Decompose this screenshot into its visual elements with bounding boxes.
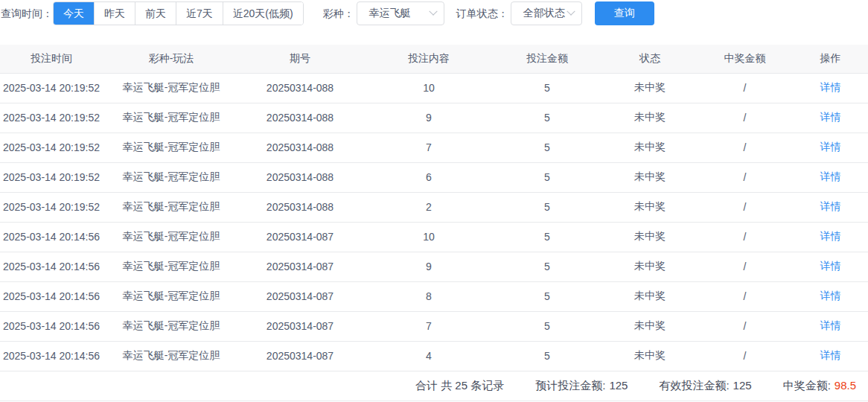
cell-amount: 5 — [493, 192, 601, 222]
cell-prize: / — [698, 252, 791, 281]
cell-game: 幸运飞艇-冠军定位胆 — [107, 311, 235, 341]
summary-win-amount: 中奖金额: 98.5 — [783, 379, 856, 393]
cell-amount: 5 — [493, 341, 601, 371]
cell-prize: / — [698, 222, 791, 252]
chevron-down-icon — [567, 7, 575, 16]
table-body: 2025-03-14 20:19:52幸运飞艇-冠军定位胆20250314-08… — [0, 73, 868, 371]
summary-bar: 合计 共 25 条记录 预计投注金额: 125 有效投注金额: 125 中奖金额… — [0, 371, 868, 401]
time-filter-option-1[interactable]: 昨天 — [94, 2, 135, 25]
lottery-select[interactable]: 幸运飞艇 — [357, 1, 444, 25]
expected-amount-label: 预计投注金额: — [535, 379, 605, 393]
detail-link[interactable]: 详情 — [820, 111, 841, 123]
orders-table-wrap: 投注时间彩种-玩法期号投注内容投注金额状态中奖金额操作 2025-03-14 2… — [0, 45, 868, 371]
cell-action: 详情 — [791, 311, 868, 341]
cell-issue: 20250314-088 — [235, 162, 365, 192]
cell-time: 2025-03-14 20:14:56 — [0, 311, 107, 341]
detail-link[interactable]: 详情 — [820, 170, 841, 182]
detail-link[interactable]: 详情 — [820, 230, 841, 242]
table-row: 2025-03-14 20:14:56幸运飞艇-冠军定位胆20250314-08… — [0, 222, 868, 252]
cell-prize: / — [698, 192, 791, 222]
cell-game: 幸运飞艇-冠军定位胆 — [107, 162, 235, 192]
cell-game: 幸运飞艇-冠军定位胆 — [107, 252, 235, 281]
cell-status: 未中奖 — [601, 281, 698, 311]
summary-expected-amount: 预计投注金额: 125 — [535, 379, 628, 393]
table-row: 2025-03-14 20:19:52幸运飞艇-冠军定位胆20250314-08… — [0, 162, 868, 192]
cell-amount: 5 — [493, 252, 601, 281]
detail-link[interactable]: 详情 — [820, 260, 841, 272]
cell-action: 详情 — [791, 192, 868, 222]
cell-game: 幸运飞艇-冠军定位胆 — [107, 103, 235, 133]
table-row: 2025-03-14 20:19:52幸运飞艇-冠军定位胆20250314-08… — [0, 133, 868, 162]
detail-link[interactable]: 详情 — [820, 141, 841, 153]
cell-content: 2 — [365, 192, 493, 222]
cell-prize: / — [698, 133, 791, 162]
cell-status: 未中奖 — [601, 252, 698, 281]
time-filter-group: 今天昨天前天近7天近20天(低频) — [53, 1, 304, 25]
time-filter-label: 查询时间： — [1, 1, 53, 25]
time-filter-option-2[interactable]: 前天 — [135, 2, 176, 25]
cell-content: 10 — [365, 222, 493, 252]
cell-amount: 5 — [493, 281, 601, 311]
chevron-down-icon — [429, 7, 437, 16]
orders-table: 投注时间彩种-玩法期号投注内容投注金额状态中奖金额操作 2025-03-14 2… — [0, 45, 868, 371]
time-filter-option-3[interactable]: 近7天 — [176, 2, 223, 25]
cell-action: 详情 — [791, 103, 868, 133]
win-amount-label: 中奖金额: — [783, 379, 831, 393]
time-filter-option-4[interactable]: 近20天(低频) — [223, 2, 303, 25]
filter-bar: 查询时间： 今天昨天前天近7天近20天(低频) 彩种： 幸运飞艇 订单状态： 全… — [0, 0, 868, 45]
cell-action: 详情 — [791, 341, 868, 371]
cell-content: 9 — [365, 103, 493, 133]
cell-time: 2025-03-14 20:14:56 — [0, 341, 107, 371]
search-button[interactable]: 查询 — [595, 1, 654, 25]
cell-prize: / — [698, 103, 791, 133]
detail-link[interactable]: 详情 — [820, 200, 841, 212]
order-status-label: 订单状态： — [456, 1, 508, 25]
cell-prize: / — [698, 311, 791, 341]
cell-time: 2025-03-14 20:19:52 — [0, 192, 107, 222]
cell-amount: 5 — [493, 311, 601, 341]
cell-action: 详情 — [791, 73, 868, 103]
lottery-label: 彩种： — [323, 1, 354, 25]
cell-issue: 20250314-088 — [235, 192, 365, 222]
cell-action: 详情 — [791, 162, 868, 192]
cell-amount: 5 — [493, 73, 601, 103]
cell-content: 4 — [365, 341, 493, 371]
cell-status: 未中奖 — [601, 162, 698, 192]
time-filter-option-0[interactable]: 今天 — [54, 2, 94, 25]
cell-prize: / — [698, 341, 791, 371]
table-row: 2025-03-14 20:19:52幸运飞艇-冠军定位胆20250314-08… — [0, 103, 868, 133]
cell-status: 未中奖 — [601, 311, 698, 341]
table-header-row: 投注时间彩种-玩法期号投注内容投注金额状态中奖金额操作 — [0, 45, 868, 73]
column-header: 操作 — [791, 45, 868, 73]
column-header: 投注时间 — [0, 45, 107, 73]
valid-amount-label: 有效投注金额: — [659, 379, 729, 393]
cell-status: 未中奖 — [601, 133, 698, 162]
cell-content: 9 — [365, 252, 493, 281]
column-header: 投注内容 — [365, 45, 493, 73]
lottery-select-value: 幸运飞艇 — [369, 7, 411, 20]
cell-content: 7 — [365, 311, 493, 341]
summary-total: 合计 共 25 条记录 — [415, 379, 504, 393]
cell-issue: 20250314-088 — [235, 73, 365, 103]
cell-content: 7 — [365, 133, 493, 162]
cell-prize: / — [698, 281, 791, 311]
detail-link[interactable]: 详情 — [820, 319, 841, 331]
cell-action: 详情 — [791, 133, 868, 162]
order-status-select[interactable]: 全部状态 — [511, 1, 582, 25]
cell-content: 10 — [365, 73, 493, 103]
cell-status: 未中奖 — [601, 73, 698, 103]
expected-amount-value: 125 — [609, 379, 628, 393]
table-row: 2025-03-14 20:14:56幸运飞艇-冠军定位胆20250314-08… — [0, 341, 868, 371]
cell-issue: 20250314-087 — [235, 252, 365, 281]
cell-game: 幸运飞艇-冠军定位胆 — [107, 222, 235, 252]
detail-link[interactable]: 详情 — [820, 81, 841, 93]
order-status-select-value: 全部状态 — [523, 7, 565, 20]
detail-link[interactable]: 详情 — [820, 290, 841, 302]
cell-game: 幸运飞艇-冠军定位胆 — [107, 133, 235, 162]
detail-link[interactable]: 详情 — [820, 349, 841, 361]
cell-content: 8 — [365, 281, 493, 311]
cell-time: 2025-03-14 20:14:56 — [0, 281, 107, 311]
cell-content: 6 — [365, 162, 493, 192]
cell-issue: 20250314-087 — [235, 281, 365, 311]
cell-time: 2025-03-14 20:19:52 — [0, 73, 107, 103]
